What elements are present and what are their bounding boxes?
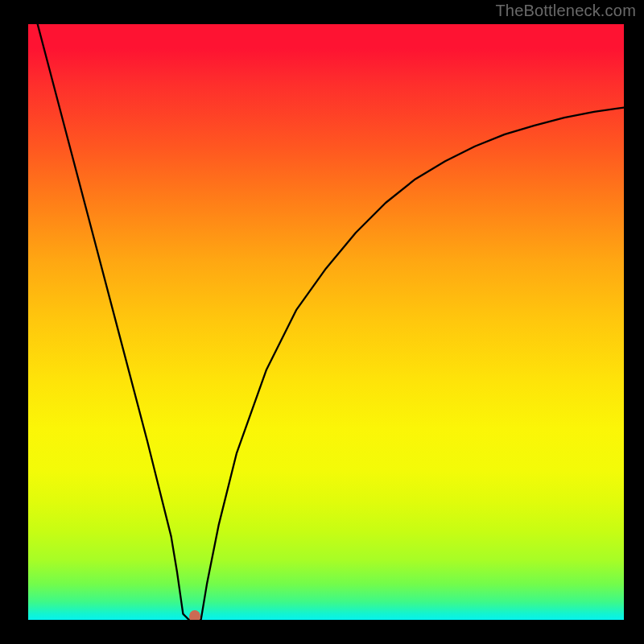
bottleneck-curve — [28, 24, 624, 620]
chart-frame: TheBottleneck.com — [0, 0, 644, 644]
watermark-text: TheBottleneck.com — [495, 2, 636, 20]
plot-area — [28, 24, 624, 620]
curve-layer — [28, 24, 624, 620]
optimal-point-marker — [189, 610, 200, 620]
